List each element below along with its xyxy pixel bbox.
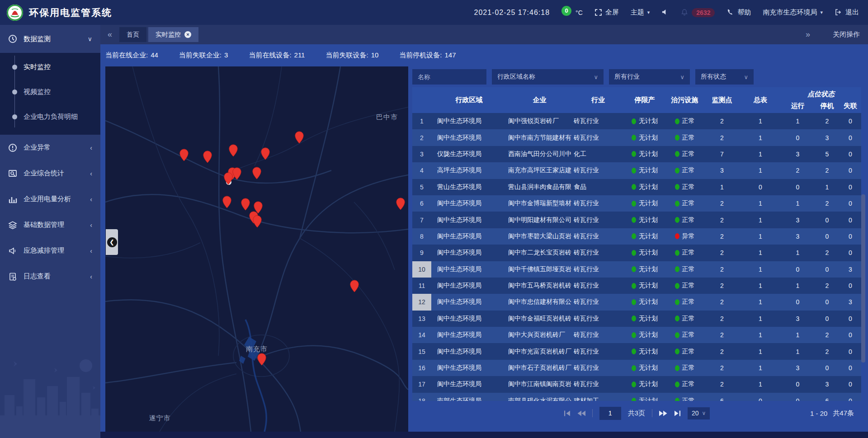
map-pin[interactable] <box>260 147 270 160</box>
industry-filter-select[interactable]: 所有行业 ∨ <box>609 69 690 85</box>
table-row[interactable]: 2阆中生态环境局阆中市南方节能建材有砖瓦行业无计划正常21030 <box>412 129 861 146</box>
sidebar-item-video-monitor[interactable]: 视频监控 <box>0 80 100 104</box>
map-pin[interactable] <box>396 198 405 210</box>
table-row[interactable]: 7阆中生态环境局阆中明阳建材有限公司砖瓦行业无计划正常21300 <box>412 212 861 228</box>
cell-industry: 砖瓦行业 <box>572 232 624 240</box>
filter-bar: 行政区域名称 ∨ 所有行业 ∨ 所有状态 ∨ <box>412 66 861 87</box>
map-pin[interactable] <box>257 353 266 366</box>
sidebar-item-emergency-reduction[interactable]: 应急减排管理 ‹ <box>0 238 100 264</box>
map-pin[interactable] <box>222 196 232 208</box>
logout-button[interactable]: 退出 <box>835 8 859 17</box>
table-row[interactable]: 11阆中生态环境局阆中市五马桥页岩机砖砖瓦行业无计划正常21120 <box>412 278 861 294</box>
vertical-scrollbar-thumb[interactable] <box>861 194 865 363</box>
sidebar-item-enterprise-stats[interactable]: 企业综合统计 ‹ <box>0 160 100 186</box>
cell-region: 阆中生态环境局 <box>431 232 507 240</box>
status-filter-select[interactable]: 所有状态 ∨ <box>695 69 754 85</box>
table-row[interactable]: 15阆中生态环境局阆中市光富页岩机砖厂砖瓦行业无计划正常21120 <box>412 343 861 359</box>
cell-stopped: 5 <box>815 151 840 158</box>
table-row[interactable]: 13阆中生态环境局阆中市金福旺页岩机砖砖瓦行业无计划正常21300 <box>412 311 861 327</box>
sidebar-item-label: 数据监测 <box>24 35 51 43</box>
table-row[interactable]: 16阆中生态环境局阆中市石子页岩机砖厂砖瓦行业无计划正常21300 <box>412 360 861 376</box>
temperature-value: 0 <box>561 6 571 16</box>
sidebar-item-data-monitor[interactable]: 数据监测 ∨ <box>0 25 100 53</box>
cell-region: 阆中生态环境局 <box>431 331 507 339</box>
table-row[interactable]: 5营山生态环境局营山县润丰肉食品有限食品无计划正常10010 <box>412 179 861 195</box>
page-size-select[interactable]: 20 ∨ <box>688 407 710 419</box>
map-panel[interactable]: 巴中市南充市遂宁市 <box>105 66 408 432</box>
sidebar-item-logs[interactable]: 日志查看 ‹ <box>0 264 100 289</box>
chevron-down-icon: ▾ <box>647 9 650 15</box>
cell-points: 2 <box>704 249 740 256</box>
sidebar-item-base-data[interactable]: 基础数据管理 ‹ <box>0 212 100 238</box>
table-row[interactable]: 10阆中生态环境局阆中千佛镇五郎垭页岩砖瓦行业无计划正常21003 <box>412 261 861 278</box>
last-page-button[interactable] <box>674 410 681 416</box>
fullscreen-button[interactable]: 全屏 <box>594 8 619 17</box>
sidebar-item-power-load-detail[interactable]: 企业电力负荷明细 <box>0 104 100 129</box>
cell-company: 阆中市枣碧大梁山页岩 <box>507 232 572 240</box>
status-dot-green <box>675 283 679 289</box>
table-row[interactable]: 4高坪生态环境局南充市高坪区王家店建砖瓦行业无计划正常31220 <box>412 162 861 179</box>
table-row[interactable]: 9阆中生态环境局阆中市二龙长宝页岩砖砖瓦行业无计划正常21120 <box>412 245 861 261</box>
table-row[interactable]: 17阆中生态环境局阆中市江南镇阆南页岩砖瓦行业无计划正常21030 <box>412 376 861 392</box>
cell-points: 2 <box>704 118 740 125</box>
help-button[interactable]: 帮助 <box>726 8 751 17</box>
close-tab-icon[interactable]: × <box>184 31 191 38</box>
map-pin[interactable] <box>232 167 241 180</box>
cell-row-number: 15 <box>412 343 431 359</box>
cell-meters: 1 <box>740 151 781 158</box>
page-number-input[interactable] <box>599 407 621 420</box>
table-row[interactable]: 3仪陇生态环境局西南油气田分公司川中化工无计划正常71350 <box>412 146 861 162</box>
map-pin[interactable] <box>294 131 304 144</box>
sidebar-item-power-analysis[interactable]: 企业用电量分析 ‹ <box>0 186 100 212</box>
name-filter-input[interactable] <box>412 69 486 85</box>
table-row[interactable]: 1阆中生态环境局阆中强锐页岩砖厂砖瓦行业无计划正常21120 <box>412 113 861 129</box>
chevron-left-icon: ‹ <box>90 247 92 254</box>
close-operations-button[interactable]: 关闭操作 <box>833 30 860 39</box>
region-filter-select[interactable]: 行政区域名称 ∨ <box>492 69 604 85</box>
status-dot-green <box>632 381 636 387</box>
theme-dropdown[interactable]: 主题 ▾ <box>631 8 650 17</box>
app-logo-icon <box>6 4 24 21</box>
cell-stopped: 3 <box>815 134 840 141</box>
mute-button[interactable] <box>661 9 669 16</box>
table-row[interactable]: 12阆中生态环境局阆中市忠信建材有限公砖瓦行业无计划正常21003 <box>412 294 861 310</box>
cell-treatment: 正常 <box>665 166 704 174</box>
map-pin[interactable] <box>241 198 250 211</box>
stat-offline-devices: 当前失联设备:10 <box>326 51 378 60</box>
table-row[interactable]: 6阆中生态环境局阆中市金博瑞新型墙材砖瓦行业无计划正常21120 <box>412 195 861 212</box>
chevron-down-icon: ∨ <box>674 74 684 80</box>
map-pin[interactable] <box>179 149 189 161</box>
cell-offline: 0 <box>840 364 861 372</box>
org-dropdown[interactable]: 南充市生态环境局 ▾ <box>763 8 823 17</box>
divider <box>592 409 593 417</box>
map-pin[interactable] <box>253 215 262 228</box>
cell-company: 西南油气田分公司川中 <box>507 150 572 158</box>
map-pin[interactable] <box>350 280 359 292</box>
table-row[interactable]: 14阆中生态环境局阆中大兴页岩机砖厂砖瓦行业无计划正常21120 <box>412 327 861 343</box>
cell-row-number: 1 <box>412 113 431 129</box>
cell-stopped: 2 <box>815 249 840 256</box>
map-pin[interactable] <box>224 172 233 185</box>
first-page-button[interactable] <box>564 410 571 416</box>
map-collapse-button[interactable]: ❮ <box>106 229 118 255</box>
cell-running: 1 <box>781 331 815 339</box>
map-pin[interactable] <box>252 167 262 179</box>
prev-page-button[interactable] <box>577 410 585 416</box>
status-dot-green <box>675 250 679 256</box>
cell-stopped: 2 <box>815 167 840 174</box>
tab-realtime-monitor[interactable]: 实时监控 × <box>148 27 198 42</box>
sidebar-item-realtime-monitor[interactable]: 实时监控 <box>0 55 100 80</box>
table-row[interactable]: 8阆中生态环境局阆中市枣碧大梁山页岩砖瓦行业无计划异常21300 <box>412 228 861 245</box>
tabs-scroll-right-button[interactable]: » <box>798 30 817 39</box>
sidebar-item-enterprise-abnormal[interactable]: 企业异常 ‹ <box>0 135 100 160</box>
tabs-scroll-left-button[interactable]: « <box>100 30 119 39</box>
next-page-button[interactable] <box>659 410 667 416</box>
map-pin[interactable] <box>228 144 238 157</box>
map-city-label: 遂宁市 <box>149 414 171 423</box>
tab-home[interactable]: 首页 <box>119 27 146 42</box>
stat-offline-companies: 当前失联企业:3 <box>179 51 228 60</box>
cell-meters: 1 <box>740 200 781 207</box>
notifications-button[interactable]: 2632 <box>681 8 715 17</box>
tab-bar: « 首页 实时监控 × » 关闭操作 <box>100 25 868 44</box>
map-pin[interactable] <box>203 151 212 163</box>
